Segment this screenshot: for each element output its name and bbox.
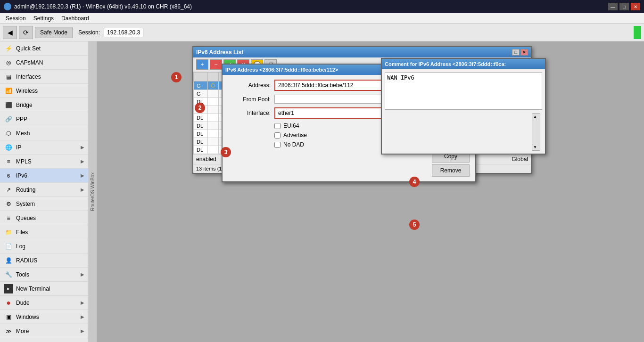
- sidebar-label-log: Log: [16, 243, 25, 250]
- sidebar-item-interfaces[interactable]: ▤ Interfaces: [0, 70, 88, 84]
- menu-bar: Session Settings Dashboard: [0, 13, 644, 24]
- back-button[interactable]: ◀: [3, 26, 17, 39]
- app-icon: [4, 3, 11, 10]
- more-icon: ≫: [4, 326, 13, 336]
- content-area: RouterOS WinBox 1 2 IPv6 Address List □ …: [89, 41, 644, 342]
- main-toolbar: ◀ ⟳ Safe Mode Session: 192.168.20.3: [0, 24, 644, 41]
- forward-button[interactable]: ⟳: [19, 26, 33, 39]
- sidebar-item-tools[interactable]: 🔧 Tools ▶: [0, 268, 88, 282]
- frompool-label: From Pool:: [228, 96, 271, 103]
- sidebar-label-interfaces: Interfaces: [16, 73, 41, 80]
- windows-arrow-icon: ▶: [81, 314, 84, 319]
- close-button[interactable]: ✕: [631, 3, 640, 10]
- safe-mode-button[interactable]: Safe Mode: [35, 27, 73, 38]
- dude-arrow-icon: ▶: [81, 300, 84, 305]
- sidebar-item-log[interactable]: 📄 Log: [0, 239, 88, 253]
- sidebar-item-windows[interactable]: ▣ Windows ▶: [0, 310, 88, 324]
- row-flag: DL: [194, 130, 208, 138]
- row-flag: G: [194, 81, 208, 90]
- routing-arrow-icon: ▶: [81, 187, 84, 192]
- mpls-icon: ≡: [4, 157, 13, 166]
- ipv6-window-maximize[interactable]: □: [512, 49, 520, 56]
- sidebar-item-routing[interactable]: ↗ Routing ▶: [0, 183, 88, 197]
- comment-scrollbar[interactable]: ▲ ▼: [532, 113, 540, 151]
- sidebar-item-radius[interactable]: 👤 RADIUS: [0, 253, 88, 268]
- window-controls: — □ ✕: [608, 3, 640, 10]
- step-5-circle: 5: [409, 220, 420, 230]
- sidebar-label-windows: Windows: [16, 314, 39, 320]
- comment-content: WAN IPv6 ▲ ▼: [382, 69, 545, 154]
- comment-window: Comment for IPv6 Address <2806:3f7:5ddd:…: [381, 58, 546, 155]
- interface-label: Interface:: [228, 110, 271, 116]
- sidebar-label-dude: Dude: [16, 300, 30, 306]
- maximize-button[interactable]: □: [619, 3, 629, 10]
- sidebar-label-bridge: Bridge: [16, 102, 33, 108]
- col-flag2: [208, 73, 219, 81]
- session-label: Session:: [78, 29, 100, 36]
- step-3-circle: 3: [221, 147, 231, 157]
- ip-arrow-icon: ▶: [81, 145, 84, 150]
- step-4-circle: 4: [409, 177, 420, 187]
- sidebar-item-mpls[interactable]: ≡ MPLS ▶: [0, 155, 88, 169]
- sidebar-label-wireless: Wireless: [16, 88, 38, 94]
- sidebar-label-terminal: New Terminal: [16, 285, 50, 292]
- sidebar-item-capsman[interactable]: ◎ CAPsMAN: [0, 56, 88, 70]
- add-address-button[interactable]: +: [196, 59, 208, 70]
- sidebar-item-new-terminal[interactable]: ► New Terminal: [0, 282, 88, 296]
- advertise-checkbox[interactable]: [274, 132, 281, 138]
- row-flag: DL: [194, 114, 208, 122]
- row-flag2: [208, 90, 219, 98]
- nodad-label: No DAD: [283, 141, 304, 148]
- sidebar-label-mesh: Mesh: [16, 130, 30, 137]
- menu-dashboard[interactable]: Dashboard: [58, 14, 93, 23]
- sidebar-item-quickset[interactable]: ⚡ Quick Set: [0, 41, 88, 56]
- eui64-checkbox[interactable]: [274, 123, 281, 129]
- sidebar-label-mpls: MPLS: [16, 158, 32, 165]
- session-value: 192.168.20.3: [104, 28, 143, 37]
- winbox-side-label: RouterOS WinBox: [89, 41, 97, 342]
- sidebar-label-radius: RADIUS: [16, 257, 37, 264]
- ipv6-window-close[interactable]: ✕: [520, 49, 528, 56]
- sidebar-item-dude[interactable]: ● Dude ▶: [0, 296, 88, 310]
- sidebar-item-more[interactable]: ≫ More ▶: [0, 324, 88, 338]
- menu-session[interactable]: Session: [2, 14, 30, 23]
- sidebar-item-system[interactable]: ⚙ System: [0, 197, 88, 211]
- edit-dialog-title: IPv6 Address <2806:3f7:5ddd::f0ca:bebe/1…: [225, 67, 338, 73]
- sidebar-item-ipv6[interactable]: 6 IPv6 ▶: [0, 169, 88, 183]
- sidebar-label-ppp: PPP: [16, 116, 27, 122]
- sidebar-label-capsman: CAPsMAN: [16, 59, 43, 66]
- menu-settings[interactable]: Settings: [30, 14, 58, 23]
- system-icon: ⚙: [4, 199, 13, 209]
- tools-icon: 🔧: [4, 270, 13, 279]
- bottom-left: enabled: [196, 156, 216, 163]
- ip-icon: 🌐: [4, 143, 13, 152]
- sidebar-label-tools: Tools: [16, 271, 29, 278]
- tools-arrow-icon: ▶: [81, 272, 84, 277]
- more-arrow-icon: ▶: [81, 328, 84, 334]
- sidebar-item-bridge[interactable]: ⬛ Bridge: [0, 98, 88, 112]
- comment-textarea[interactable]: WAN IPv6: [385, 72, 542, 110]
- windows-icon: ▣: [4, 312, 13, 322]
- sidebar-label-queues: Queues: [16, 215, 36, 221]
- minimize-button[interactable]: —: [608, 3, 618, 10]
- files-icon: 📁: [4, 228, 13, 237]
- sidebar-item-files[interactable]: 📁 Files: [0, 225, 88, 239]
- sidebar-item-mesh[interactable]: ⬡ Mesh: [0, 126, 88, 140]
- remove-button[interactable]: Remove: [432, 164, 470, 177]
- nodad-checkbox[interactable]: [274, 142, 281, 148]
- comment-title: Comment for IPv6 Address <2806:3f7:5ddd:…: [385, 61, 506, 67]
- row-flag: G: [194, 90, 208, 98]
- dude-icon: ●: [4, 298, 13, 308]
- sidebar-item-queues[interactable]: ≡ Queues: [0, 211, 88, 225]
- sidebar-item-ppp[interactable]: 🔗 PPP: [0, 112, 88, 126]
- mesh-icon: ⬡: [4, 129, 13, 138]
- comment-titlebar: Comment for IPv6 Address <2806:3f7:5ddd:…: [382, 59, 545, 69]
- advertise-label: Advertise: [283, 132, 307, 138]
- sidebar-item-wireless[interactable]: 📶 Wireless: [0, 84, 88, 98]
- ipv6-icon: 6: [4, 171, 13, 180]
- title-text: admin@192.168.20.3 (R1) - WinBox (64bit)…: [14, 3, 192, 10]
- remove-address-button[interactable]: −: [210, 59, 222, 70]
- ipv6-window-titlebar: IPv6 Address List □ ✕: [193, 47, 531, 57]
- sidebar-item-ip[interactable]: 🌐 IP ▶: [0, 140, 88, 155]
- connection-indicator: [634, 26, 641, 39]
